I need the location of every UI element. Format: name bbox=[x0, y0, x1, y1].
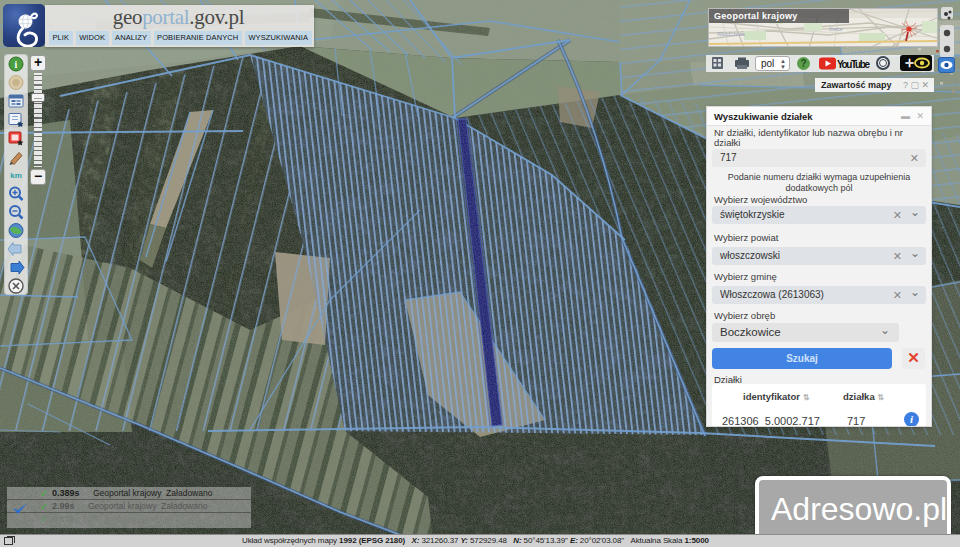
svg-text:YouTube: YouTube bbox=[837, 59, 870, 70]
svg-text:km: km bbox=[10, 171, 22, 180]
svg-text:Kielce: Kielce bbox=[829, 26, 843, 32]
svg-text:Włoszczowa: Włoszczowa bbox=[717, 31, 745, 37]
svg-text:i: i bbox=[15, 59, 18, 70]
